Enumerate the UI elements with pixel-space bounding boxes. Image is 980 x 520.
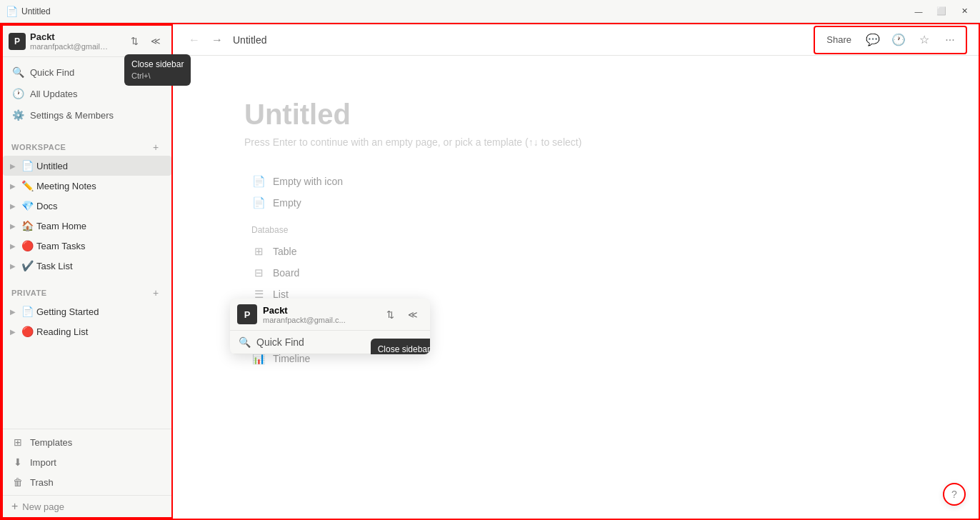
- tree-label-team-home: Team Home: [36, 221, 86, 231]
- fp-workspace-info: Packt maranfpackt@gmail.c...: [263, 305, 346, 324]
- fp-search-label: Quick Find: [256, 336, 304, 348]
- tree-item-meeting-notes[interactable]: ▶ ✏️ Meeting Notes: [3, 176, 171, 196]
- tree-label-meeting-notes: Meeting Notes: [36, 181, 96, 191]
- import-icon: ⬇: [11, 456, 24, 468]
- empty-with-icon-option[interactable]: 📄 Empty with icon: [244, 171, 907, 192]
- favorite-button[interactable]: ☆: [914, 30, 934, 50]
- header-actions: Share 💬 🕐 ☆ ···: [814, 26, 967, 54]
- nav-label-settings: Settings & Members: [30, 110, 114, 121]
- share-button[interactable]: Share: [821, 31, 857, 48]
- reading-icon: 🔴: [21, 326, 34, 337]
- back-button[interactable]: ←: [184, 30, 204, 50]
- workspace-avatar: P: [9, 33, 26, 50]
- sidebar-item-settings[interactable]: ⚙️ Settings & Members: [3, 104, 171, 126]
- import-label: Import: [30, 457, 56, 468]
- arrow-icon: ▶: [7, 242, 19, 250]
- table-icon: ⊞: [251, 245, 266, 258]
- fp-workspace-selector[interactable]: P Packt maranfpackt@gmail.c...: [237, 304, 346, 324]
- empty-option[interactable]: 📄 Empty: [244, 192, 907, 214]
- tree-item-team-home[interactable]: ▶ 🏠 Team Home: [3, 216, 171, 236]
- new-page-plus-icon: +: [11, 500, 18, 513]
- fp-icon-buttons: ⇅ ≪: [380, 304, 423, 324]
- arrow-icon: ▶: [7, 328, 19, 336]
- check-icon: ✔️: [21, 260, 34, 271]
- tree-label-getting-started: Getting Started: [36, 306, 99, 317]
- help-button[interactable]: ?: [943, 483, 966, 506]
- sidebar-item-templates[interactable]: ⊞ Templates: [3, 432, 171, 452]
- tree-item-reading-list[interactable]: ▶ 🔴 Reading List: [3, 321, 171, 341]
- board-option[interactable]: ⊟ Board: [244, 262, 907, 284]
- arrow-icon: ▶: [7, 202, 19, 210]
- workspace-name: Packt: [30, 31, 109, 42]
- close-button[interactable]: ✕: [954, 4, 974, 19]
- page-hint: Press Enter to continue with an empty pa…: [244, 136, 907, 148]
- page-icon: 📄: [21, 306, 34, 317]
- maximize-button[interactable]: ⬜: [931, 4, 951, 19]
- private-section-header: PRIVATE +: [3, 281, 171, 301]
- tree-label-docs: Docs: [36, 201, 58, 211]
- page-title: Untitled: [244, 99, 907, 131]
- workspace-name-wrap: Packt maranfpackt@gmail.c...: [30, 31, 109, 51]
- sidebar-item-all-updates[interactable]: 🕐 All Updates: [3, 83, 171, 104]
- sidebar-item-import[interactable]: ⬇ Import: [3, 452, 171, 472]
- window-controls: — ⬜ ✕: [909, 4, 974, 19]
- workspace-section-label: WORKSPACE: [11, 143, 66, 151]
- sidebar-item-quick-find[interactable]: 🔍 Quick Find: [3, 61, 171, 83]
- tree-label-task-list: Task List: [36, 261, 73, 271]
- floating-panel-header: P Packt maranfpackt@gmail.c... ⇅ ≪ Close…: [230, 299, 430, 331]
- sidebar-bottom: ⊞ Templates ⬇ Import 🗑 Trash: [3, 429, 171, 495]
- nav-label-all-updates: All Updates: [30, 89, 77, 99]
- history-button[interactable]: 🕐: [889, 30, 909, 50]
- nav-label-quick-find: Quick Find: [30, 67, 74, 78]
- new-page-button[interactable]: + New page: [3, 495, 171, 517]
- board-label: Board: [273, 267, 299, 279]
- board-icon: ⊟: [251, 266, 266, 279]
- forward-button[interactable]: →: [207, 30, 227, 50]
- home-icon: 🏠: [21, 220, 34, 231]
- comments-button[interactable]: 💬: [863, 30, 883, 50]
- add-private-item-button[interactable]: +: [149, 286, 163, 300]
- tree-item-untitled[interactable]: ▶ 📄 Untitled: [3, 156, 171, 176]
- fp-sort-button[interactable]: ⇅: [380, 304, 400, 324]
- fp-workspace-name: Packt: [263, 305, 346, 316]
- views-section-label: Database: [244, 222, 907, 238]
- tree-label-untitled: Untitled: [36, 161, 68, 171]
- search-icon: 🔍: [11, 66, 24, 78]
- workspace-selector[interactable]: P Packt maranfpackt@gmail.c...: [9, 31, 124, 51]
- task-icon: 🔴: [21, 240, 34, 251]
- workspace-tree: ▶ 📄 Untitled ▶ ✏️ Meeting Notes ▶ 💎 Docs…: [3, 156, 171, 276]
- minimize-button[interactable]: —: [909, 4, 929, 19]
- tree-item-team-tasks[interactable]: ▶ 🔴 Team Tasks: [3, 236, 171, 256]
- tree-item-docs[interactable]: ▶ 💎 Docs: [3, 196, 171, 216]
- templates-icon: ⊞: [11, 436, 24, 448]
- sidebar-item-trash[interactable]: 🗑 Trash: [3, 472, 171, 492]
- tree-label-reading-list: Reading List: [36, 326, 88, 337]
- tree-label-team-tasks: Team Tasks: [36, 241, 85, 251]
- tree-item-task-list[interactable]: ▶ ✔️ Task List: [3, 256, 171, 276]
- empty-label: Empty: [273, 197, 301, 209]
- add-workspace-item-button[interactable]: +: [149, 140, 163, 154]
- more-button[interactable]: ···: [940, 30, 960, 50]
- fp-quick-find[interactable]: 🔍 Quick Find: [230, 331, 430, 354]
- floating-panel: P Packt maranfpackt@gmail.c... ⇅ ≪ Close…: [230, 299, 430, 354]
- private-section-label: PRIVATE: [11, 289, 47, 297]
- docs-icon: 💎: [21, 200, 34, 211]
- sidebar-header: P Packt maranfpackt@gmail.c... ⇅ ≪ Close…: [3, 26, 171, 57]
- arrow-icon: ▶: [7, 308, 19, 316]
- main-content: ← → Untitled Share 💬 🕐 ☆ ··· Untitled Pr…: [173, 24, 979, 519]
- table-option[interactable]: ⊞ Table: [244, 241, 907, 262]
- pencil-icon: ✏️: [21, 180, 34, 191]
- tree-item-getting-started[interactable]: ▶ 📄 Getting Started: [3, 301, 171, 321]
- sort-icon-button[interactable]: ⇅: [124, 31, 144, 51]
- workspace-email: maranfpackt@gmail.c...: [30, 42, 109, 51]
- main-header: ← → Untitled Share 💬 🕐 ☆ ···: [173, 24, 979, 56]
- arrow-icon: ▶: [7, 222, 19, 230]
- page-icon: 📄: [21, 160, 34, 171]
- empty-with-icon-label: Empty with icon: [273, 176, 343, 187]
- close-sidebar-button[interactable]: ≪: [146, 31, 166, 51]
- table-label: Table: [273, 246, 296, 257]
- share-label: Share: [826, 34, 851, 45]
- trash-icon: 🗑: [11, 476, 24, 488]
- fp-close-sidebar-button[interactable]: ≪: [403, 304, 423, 324]
- templates-label: Templates: [30, 437, 72, 448]
